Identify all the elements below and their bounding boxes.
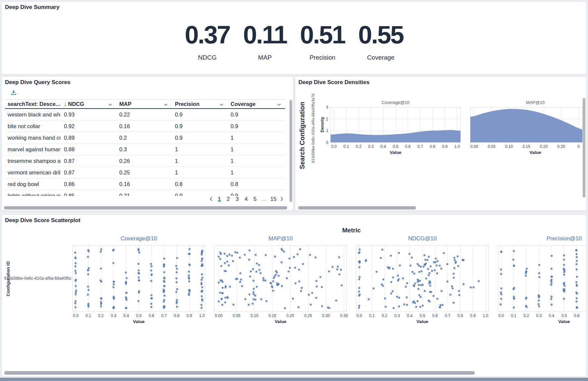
table-vertical-scrollbar[interactable] xyxy=(290,100,292,202)
column-header-label: MAP xyxy=(119,101,132,107)
column-header-label: ↓NDCG xyxy=(64,101,84,107)
densities-vertical-scrollbar[interactable] xyxy=(583,98,585,197)
x-tick-label: 0.05 xyxy=(484,144,499,149)
table-header-row: searchText: Desce...↓NDCGMAPPrecisionCov… xyxy=(5,99,285,109)
x-axis-label: Value xyxy=(214,319,347,324)
metric-label: MAP xyxy=(243,54,287,61)
table-cell: 0.9 xyxy=(227,193,285,196)
scatter-chart-map: 0.000.050.100.150.200.250.300.35Value xyxy=(214,246,347,312)
x-tick-label: 1.0 xyxy=(194,313,209,318)
table-cell: 1 xyxy=(172,169,227,176)
table-cell: red dog bowl xyxy=(5,181,61,187)
table-row[interactable]: working mans hand crea0.890.20.91 xyxy=(5,132,285,144)
next-page-button[interactable] xyxy=(280,197,284,202)
table-row[interactable]: western black and white0.930.220.90.9 xyxy=(5,109,285,120)
page-button[interactable]: 2 xyxy=(225,196,231,203)
chevron-down-icon[interactable] xyxy=(108,101,112,107)
summary-panel: Deep Dive Summary 0.37NDCG0.11MAP0.51Pre… xyxy=(1,1,587,74)
table-cell: 0.8 xyxy=(172,181,227,187)
table-cell: 0.2 xyxy=(116,135,172,141)
table-cell: tresemme shampoo anti xyxy=(5,158,61,164)
table-cell: 1 xyxy=(172,158,227,164)
x-tick-label: 0.7 xyxy=(582,313,587,318)
table-row[interactable]: red dog bowl0.860.160.80.8 xyxy=(5,178,285,190)
table-cell: bite not collar xyxy=(5,123,61,129)
table-cell: 0.16 xyxy=(116,181,172,187)
y-tick-label: 0 xyxy=(324,140,328,145)
table-cell: 0.93 xyxy=(61,112,116,118)
x-tick-label: 1.0 xyxy=(478,313,493,318)
column-header[interactable]: Coverage xyxy=(227,101,285,107)
y-tick-label: 1 xyxy=(324,128,328,133)
score-scatterplot-panel: Deep Dive Score Scatterplot Metric Cover… xyxy=(1,214,587,377)
row-facet-label: Search Configuration xyxy=(298,94,306,177)
table-cell: 1 xyxy=(227,158,285,164)
x-tick-label: 0.35 xyxy=(337,313,351,318)
scatter-chart-ndcg: 0.00.10.20.30.40.50.60.70.80.91.0Value xyxy=(356,246,489,312)
table-row[interactable]: vermont american drill0.870.2511 xyxy=(5,167,285,178)
column-facet-header: Metric xyxy=(285,227,418,234)
column-header[interactable]: searchText: Desce... xyxy=(5,101,61,107)
x-tick-label: 0.25 xyxy=(301,313,315,318)
x-tick-label: 0.15 xyxy=(519,144,534,149)
table-cell: 0.87 xyxy=(61,158,116,164)
column-header-label: Precision xyxy=(175,101,199,107)
table-cell: 0.86 xyxy=(61,181,116,187)
x-axis-label: Value xyxy=(498,319,587,324)
table-cell: 0.25 xyxy=(116,169,172,176)
x-axis-label: Value xyxy=(330,150,461,155)
y-tick-label: 2 xyxy=(324,117,328,121)
x-axis-label: Value xyxy=(73,319,205,324)
metric-label: Precision xyxy=(300,54,345,61)
score-densities-panel: Deep Dive Score Densities Search Configu… xyxy=(295,76,587,211)
page-button[interactable]: 1 xyxy=(216,196,222,203)
chevron-down-icon[interactable] xyxy=(277,101,281,107)
column-header-label: searchText: Desce... xyxy=(8,101,60,107)
density-chart-coverage: 0.00.10.20.30.40.50.60.70.80.91.0Value xyxy=(330,107,461,143)
table-cell: 0.9 xyxy=(172,193,227,196)
previous-page-button[interactable] xyxy=(209,197,213,202)
table-cell: 0.9 xyxy=(227,112,285,118)
x-tick-label: 0.10 xyxy=(502,144,516,149)
panel-title-summary: Deep Dive Summary xyxy=(5,4,59,11)
pagination-ellipsis: … xyxy=(261,196,267,203)
scatter-chart-coverage: 0.00.10.20.30.40.50.60.70.80.91.0Value xyxy=(73,246,205,312)
column-header[interactable]: ↓NDCG xyxy=(61,101,116,107)
densities-horizontal-scrollbar[interactable] xyxy=(298,206,416,210)
table-cell: 0.22 xyxy=(116,112,172,118)
page-horizontal-scrollbar[interactable] xyxy=(0,378,588,381)
table-row[interactable]: lights without wiring wi0.850.210.90.9 xyxy=(5,190,285,196)
table-row[interactable]: bite not collar0.920.160.90.9 xyxy=(5,120,285,132)
metric-label: Coverage xyxy=(358,54,403,61)
summary-metric: 0.51Precision xyxy=(300,22,345,61)
page-button[interactable]: 4 xyxy=(243,196,249,203)
table-cell: 0.3 xyxy=(116,146,172,153)
column-header[interactable]: MAP xyxy=(116,101,172,107)
x-tick-label: 0.05 xyxy=(229,313,244,318)
scatter-horizontal-scrollbar[interactable] xyxy=(4,371,475,375)
chevron-down-icon[interactable] xyxy=(220,101,223,107)
chevron-down-icon[interactable] xyxy=(164,101,168,107)
facet-title-ndcg: NDCG@10 xyxy=(356,235,489,242)
download-icon xyxy=(10,89,17,96)
table-row[interactable]: tresemme shampoo anti0.870.2611 xyxy=(5,155,285,167)
x-tick-label: 0.30 xyxy=(319,313,333,318)
table-row[interactable]: marvel against humanity0.880.311 xyxy=(5,144,285,155)
table-cell: 0.89 xyxy=(61,135,116,141)
page-button[interactable]: 5 xyxy=(252,196,258,203)
table-cell: 0.9 xyxy=(172,112,227,118)
table-cell: marvel against humanity xyxy=(5,146,61,153)
column-header[interactable]: Precision xyxy=(172,101,227,107)
table-horizontal-scrollbar[interactable] xyxy=(4,206,287,210)
configuration-id-label: 613d38be-0e6c-410a-af9a-68a40ffa3a7b xyxy=(311,87,315,169)
page-button[interactable]: 15 xyxy=(270,196,277,203)
facet-title-map-density: MAP@10 xyxy=(470,100,587,105)
x-tick-label: 0.25 xyxy=(554,144,568,149)
x-tick-label: 0.00 xyxy=(467,144,482,149)
download-button[interactable] xyxy=(10,89,18,97)
summary-metric: 0.37NDCG xyxy=(185,22,230,61)
table-cell: 0.8 xyxy=(227,181,285,187)
table-cell: 0.21 xyxy=(116,193,172,196)
page-button[interactable]: 3 xyxy=(234,196,240,203)
table-cell: 1 xyxy=(227,169,285,176)
